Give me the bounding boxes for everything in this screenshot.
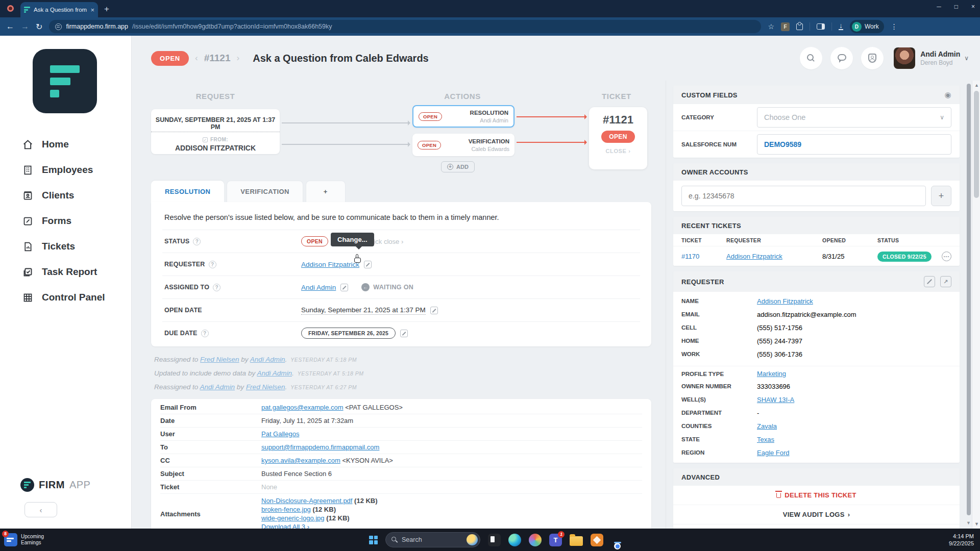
attachment-link[interactable]: Non-Disclosure-Agreement.pdf bbox=[261, 497, 352, 505]
scroll-up-icon[interactable]: ▲ bbox=[974, 83, 979, 88]
email-user-link[interactable]: Pat Gallegos bbox=[261, 430, 299, 438]
more-options-icon[interactable]: ••• bbox=[942, 252, 951, 261]
action-card-resolution[interactable]: OPEN RESOLUTIONAndi Admin bbox=[412, 105, 514, 128]
side-panel-icon[interactable] bbox=[817, 23, 825, 30]
email-to-link[interactable]: support@firmappdemo.firmappmail.com bbox=[261, 443, 379, 451]
recent-ticket-requester-link[interactable]: Addison Fitzpatrick bbox=[726, 253, 782, 260]
add-owner-account-button[interactable]: + bbox=[931, 186, 951, 206]
edit-requester-icon[interactable] bbox=[364, 261, 372, 268]
user-menu-chevron-icon[interactable]: ∨ bbox=[964, 55, 969, 62]
edit-open-date-icon[interactable] bbox=[430, 307, 438, 314]
sidebar-item-clients[interactable]: Clients bbox=[0, 183, 131, 208]
download-all-link[interactable]: Download All 3 › bbox=[261, 523, 309, 529]
help-icon[interactable]: ? bbox=[209, 261, 216, 268]
browser-menu-icon[interactable]: ⋮ bbox=[891, 22, 898, 31]
ticket-close-link[interactable]: CLOSE › bbox=[606, 148, 631, 154]
state-link[interactable]: Texas bbox=[757, 436, 774, 443]
request-date[interactable]: SUNDAY, SEPTEMBER 21, 2025 AT 1:37 PM bbox=[151, 116, 280, 132]
ticket-card[interactable]: #1121 OPEN CLOSE › bbox=[589, 107, 647, 169]
salesforce-num-input[interactable] bbox=[757, 134, 951, 155]
sidebar-collapse-button[interactable]: ‹ bbox=[24, 502, 57, 517]
bookmark-star-icon[interactable]: ☆ bbox=[768, 22, 774, 31]
copilot-icon[interactable] bbox=[529, 534, 542, 546]
page-scroll-thumb[interactable] bbox=[974, 91, 979, 198]
email-cc-link[interactable]: kyson.avila@example.com bbox=[261, 457, 340, 464]
messages-button[interactable] bbox=[830, 47, 853, 69]
help-icon[interactable]: ? bbox=[193, 238, 201, 245]
sidebar-item-tickets[interactable]: Tickets bbox=[0, 234, 131, 259]
browser-profile-chip[interactable]: D Work bbox=[850, 20, 884, 33]
region-link[interactable]: Eagle Ford bbox=[757, 449, 790, 457]
reload-button[interactable]: ↻ bbox=[36, 22, 42, 32]
history-user-link[interactable]: Fred Nielsen bbox=[200, 356, 239, 363]
panel-scroll-down-icon[interactable]: ▼ bbox=[966, 520, 971, 525]
profile-type-link[interactable]: Marketing bbox=[757, 370, 786, 378]
due-date-pill[interactable]: FRIDAY, SEPTEMBER 26, 2025 bbox=[301, 328, 396, 339]
address-bar[interactable]: firmappdemo.firm.app/issue/edit/ismfvm0h… bbox=[49, 20, 761, 33]
request-card[interactable]: SUNDAY, SEPTEMBER 21, 2025 AT 1:37 PM ✓F… bbox=[151, 109, 280, 154]
taskbar-clock[interactable]: 4:14 PM 9/22/2025 bbox=[949, 533, 974, 547]
add-action-button[interactable]: + ADD bbox=[441, 161, 475, 172]
requester-link[interactable]: Addison Fitzpatrick bbox=[301, 261, 359, 268]
history-user-link[interactable]: Andi Admin bbox=[200, 383, 235, 391]
well-link[interactable]: SHAW 13I-A bbox=[757, 396, 794, 404]
downloads-icon[interactable]: ↓ bbox=[839, 23, 843, 30]
teams-icon[interactable]: 1 bbox=[549, 534, 562, 546]
requester-name-link[interactable]: Addison Fitzpatrick bbox=[757, 297, 813, 305]
back-button[interactable]: ← bbox=[6, 22, 14, 31]
sidebar-item-employees[interactable]: Employees bbox=[0, 157, 131, 183]
owner-account-input[interactable] bbox=[681, 186, 926, 206]
ticket-status-badge[interactable]: OPEN bbox=[151, 51, 189, 66]
tab-close-icon[interactable]: × bbox=[90, 6, 94, 14]
sidebar-item-forms[interactable]: Forms bbox=[0, 208, 131, 234]
file-explorer-icon[interactable] bbox=[570, 536, 583, 546]
attachment-link[interactable]: wide-generic-logo.jpg bbox=[261, 514, 325, 522]
taskbar-app-icon[interactable] bbox=[488, 534, 501, 546]
site-info-icon[interactable] bbox=[55, 23, 62, 30]
start-button[interactable] bbox=[369, 536, 378, 544]
category-select[interactable]: Choose One∨ bbox=[757, 107, 951, 128]
scroll-down-icon[interactable]: ▼ bbox=[974, 521, 979, 527]
edit-assigned-icon[interactable] bbox=[340, 284, 348, 291]
window-minimize-button[interactable]: ─ bbox=[937, 3, 941, 10]
history-user-link[interactable]: Fred Nielsen bbox=[246, 383, 285, 391]
county-link[interactable]: Zavala bbox=[757, 422, 777, 430]
help-icon[interactable]: ? bbox=[201, 330, 209, 337]
next-ticket-icon[interactable]: › bbox=[237, 53, 240, 63]
recent-ticket-link[interactable]: #1170 bbox=[681, 253, 726, 260]
prev-ticket-icon[interactable]: ‹ bbox=[195, 53, 198, 63]
history-user-link[interactable]: Andi Admin bbox=[257, 369, 292, 377]
edit-due-date-icon[interactable] bbox=[400, 330, 408, 337]
user-avatar[interactable] bbox=[894, 47, 915, 69]
tab-verification[interactable]: VERIFICATION bbox=[227, 181, 303, 202]
tab-resolution[interactable]: RESOLUTION bbox=[151, 181, 224, 202]
panel-scrollbar[interactable]: ▼ bbox=[966, 81, 972, 529]
window-maximize-button[interactable]: □ bbox=[954, 3, 958, 10]
help-icon[interactable]: ? bbox=[213, 284, 220, 291]
m365-icon[interactable] bbox=[591, 534, 603, 546]
new-tab-button[interactable]: + bbox=[104, 4, 109, 14]
window-close-button[interactable]: × bbox=[971, 3, 975, 10]
action-card-verification[interactable]: OPEN VERIFICATIONCaleb Edwards bbox=[412, 134, 514, 156]
sidebar-item-control-panel[interactable]: Control Panel bbox=[0, 285, 131, 310]
status-open-pill[interactable]: OPEN bbox=[301, 236, 328, 246]
delete-ticket-button[interactable]: DELETE THIS TICKET bbox=[673, 486, 960, 505]
history-user-link[interactable]: Andi Admin bbox=[250, 356, 285, 363]
open-requester-profile-icon[interactable]: ↗ bbox=[940, 276, 951, 287]
attachment-link[interactable]: broken-fence.jpg bbox=[261, 506, 311, 513]
tab-add[interactable]: + bbox=[306, 181, 346, 202]
sidebar-item-home[interactable]: Home bbox=[0, 132, 131, 157]
extension-f-icon[interactable]: F bbox=[781, 22, 790, 31]
extensions-icon[interactable] bbox=[796, 23, 803, 30]
user-menu[interactable]: Andi Admin Deren Boyd bbox=[920, 50, 960, 67]
taskbar-widget[interactable]: 8 UpcomingEarnings bbox=[4, 533, 44, 546]
open-date-value[interactable]: Sunday, September 21, 2025 at 1:37 PM bbox=[301, 306, 426, 315]
edge-icon[interactable] bbox=[508, 534, 521, 546]
search-button[interactable] bbox=[800, 47, 822, 69]
browser-tab[interactable]: Ask a Question from Caleb Edw × bbox=[20, 2, 98, 17]
message-history-link[interactable]: MESSAGE HISTORY› bbox=[673, 524, 960, 529]
email-from-link[interactable]: pat.gallegos@example.com bbox=[261, 404, 344, 411]
panel-scroll-thumb[interactable] bbox=[967, 84, 971, 515]
page-scrollbar[interactable]: ▲ ▼ bbox=[972, 81, 980, 529]
forward-button[interactable]: → bbox=[21, 22, 29, 31]
